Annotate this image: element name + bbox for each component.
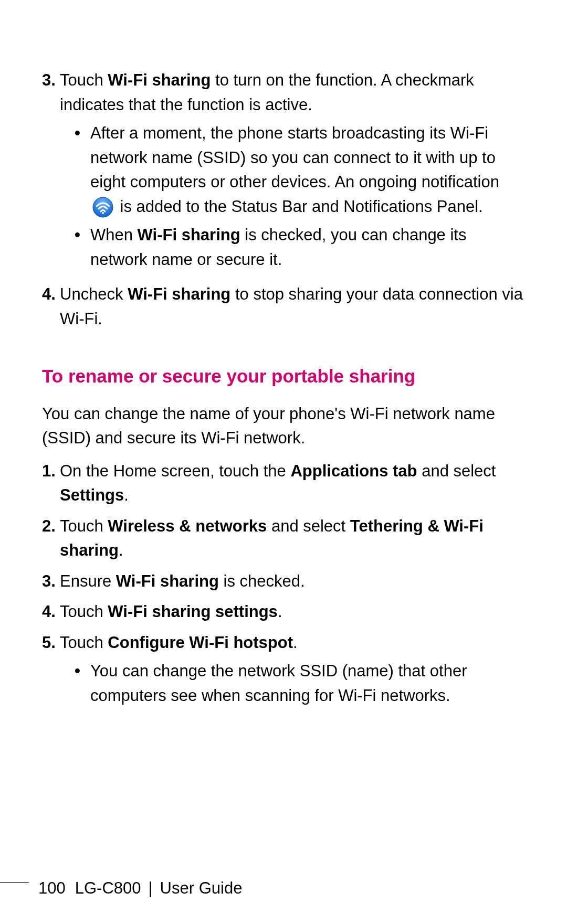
list-number: 3. [42,68,60,276]
text: and select [417,462,496,480]
list-item: 3.Touch Wi-Fi sharing to turn on the fun… [42,68,525,276]
list-item: 2.Touch Wireless & networks and select T… [42,514,525,563]
bold-text: Wireless & networks [108,517,267,535]
text: Touch [60,71,108,89]
text: Ensure [60,572,116,590]
list-number: 4. [42,600,60,624]
footer-rule [0,882,29,883]
bold-text: Wi-Fi sharing [138,226,240,244]
text: When [90,226,138,244]
bold-text: Wi-Fi sharing [128,285,230,303]
sub-list-body: You can change the network SSID (name) t… [90,659,525,708]
page-content: 3.Touch Wi-Fi sharing to turn on the fun… [42,68,525,712]
text: and select [267,517,350,535]
list-number: 1. [42,459,60,508]
bold-text: Configure Wi-Fi hotspot [108,633,293,652]
sub-list-item: •You can change the network SSID (name) … [75,659,525,708]
list-item: 4.Touch Wi-Fi sharing settings. [42,600,525,624]
bold-text: Wi-Fi sharing settings [108,602,278,621]
section-intro: You can change the name of your phone's … [42,402,525,451]
bold-text: Wi-Fi sharing [108,71,211,89]
wifi-icon [92,197,113,218]
svg-point-1 [102,212,104,214]
sub-list-item: •After a moment, the phone starts broadc… [75,121,525,219]
list-body: Uncheck Wi-Fi sharing to stop sharing yo… [60,282,525,331]
text: . [119,541,123,559]
text: is checked. [219,572,305,590]
bold-text: Applications tab [290,462,417,480]
bullet: • [75,659,90,708]
list-body: Touch Configure Wi-Fi hotspot.•You can c… [60,631,525,713]
list-body: Ensure Wi-Fi sharing is checked. [60,569,525,594]
text: On the Home screen, touch the [60,462,290,480]
list-item: 5.Touch Configure Wi-Fi hotspot.•You can… [42,631,525,713]
list-item: 4.Uncheck Wi-Fi sharing to stop sharing … [42,282,525,331]
list-number: 2. [42,514,60,563]
sub-list-item: •When Wi-Fi sharing is checked, you can … [75,223,525,272]
bullet: • [75,223,90,272]
page-footer: 100 LG-C800 | User Guide [0,879,242,898]
list-item: 1.On the Home screen, touch the Applicat… [42,459,525,508]
text: Touch [60,633,108,652]
text: . [293,633,298,652]
text: After a moment, the phone starts broadca… [90,124,499,191]
sub-list-body: When Wi-Fi sharing is checked, you can c… [90,223,525,272]
footer-separator: | [149,879,153,898]
list-body: Touch Wi-Fi sharing to turn on the funct… [60,68,525,276]
list-number: 3. [42,569,60,594]
text: . [278,602,282,621]
sub-list-body: After a moment, the phone starts broadca… [90,121,525,219]
section-1: 3.Touch Wi-Fi sharing to turn on the fun… [42,68,525,331]
page-number: 100 [38,879,66,898]
section-2: 1.On the Home screen, touch the Applicat… [42,459,525,713]
list-body: Touch Wireless & networks and select Tet… [60,514,525,563]
text: Touch [60,517,108,535]
list-body: On the Home screen, touch the Applicatio… [60,459,525,508]
text: is added to the Status Bar and Notificat… [116,197,483,216]
text: You can change the network SSID (name) t… [90,662,467,705]
bullet: • [75,121,90,219]
text: . [124,486,129,504]
section-heading: To rename or secure your portable sharin… [42,363,525,390]
list-body: Touch Wi-Fi sharing settings. [60,600,525,624]
text: Uncheck [60,285,128,303]
footer-guide: User Guide [160,879,243,898]
list-item: 3.Ensure Wi-Fi sharing is checked. [42,569,525,594]
list-number: 4. [42,282,60,331]
bold-text: Settings [60,486,124,504]
bold-text: Wi-Fi sharing [116,572,219,590]
footer-model: LG-C800 [75,879,141,898]
text: Touch [60,602,108,621]
list-number: 5. [42,631,60,713]
